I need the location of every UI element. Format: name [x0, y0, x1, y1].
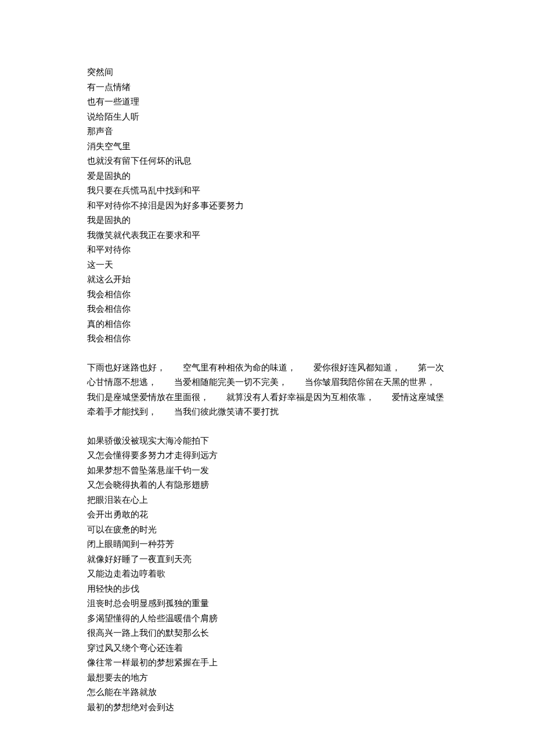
lyric-line: 我微笑就代表我正在要求和平	[87, 228, 447, 243]
lyric-line: 又怎会晓得执着的人有隐形翅膀	[87, 478, 447, 493]
lyric-line: 很高兴一路上我们的默契那么长	[87, 626, 447, 641]
lyric-line: 把眼泪装在心上	[87, 493, 447, 508]
lyric-line: 和平对待你不掉泪是因为好多事还要努力	[87, 199, 447, 214]
prose-text: 下雨也好迷路也好， 空气里有种相依为命的味道， 爱你很好连风都知道， 第一次心甘…	[87, 361, 447, 420]
lyric-line: 我是固执的	[87, 213, 447, 228]
lyric-line: 也就没有留下任何坏的讯息	[87, 154, 447, 169]
lyric-line: 如果梦想不曾坠落悬崖千钧一发	[87, 463, 447, 478]
lyric-line: 可以在疲惫的时光	[87, 523, 447, 538]
lyric-line: 又能边走着边哼着歌	[87, 567, 447, 582]
lyric-line: 也有一些道理	[87, 95, 447, 110]
lyric-line: 会开出勇敢的花	[87, 507, 447, 523]
lyric-line: 就这么开始	[87, 272, 447, 287]
lyric-line: 最初的梦想绝对会到达	[87, 700, 447, 715]
lyric-line: 多渴望懂得的人给些温暖借个肩膀	[87, 611, 447, 627]
lyric-line: 就像好好睡了一夜直到天亮	[87, 552, 447, 567]
lyric-line: 我会相信你	[87, 287, 447, 303]
lyric-line: 最想要去的地方	[87, 671, 447, 686]
lyric-line: 说给陌生人听	[87, 110, 447, 125]
lyric-line: 那声音	[87, 124, 447, 139]
lyric-line: 又怎会懂得要多努力才走得到远方	[87, 448, 447, 463]
lyric-line: 和平对待你	[87, 243, 447, 258]
prose-block: 下雨也好迷路也好， 空气里有种相依为命的味道， 爱你很好连风都知道， 第一次心甘…	[87, 361, 447, 420]
lyric-line: 用轻快的步伐	[87, 582, 447, 597]
lyric-line: 消失空气里	[87, 139, 447, 154]
lyric-line: 我只要在兵慌马乱中找到和平	[87, 183, 447, 199]
lyric-line: 我会相信你	[87, 332, 447, 347]
lyric-line: 像往常一样最初的梦想紧握在手上	[87, 656, 447, 671]
lyric-line: 沮丧时总会明显感到孤独的重量	[87, 596, 447, 611]
lyric-line: 爱是固执的	[87, 169, 447, 184]
lyric-line: 真的相信你	[87, 317, 447, 332]
lyric-line: 如果骄傲没被现实大海冷能拍下	[87, 434, 447, 449]
lyric-line: 怎么能在半路就放	[87, 685, 447, 700]
lyric-line: 突然间	[87, 65, 447, 80]
lyric-line: 这一天	[87, 258, 447, 273]
lyric-block-1: 突然间 有一点情绪 也有一些道理 说给陌生人听 那声音 消失空气里 也就没有留下…	[87, 65, 447, 347]
lyric-block-2: 如果骄傲没被现实大海冷能拍下 又怎会懂得要多努力才走得到远方 如果梦想不曾坠落悬…	[87, 434, 447, 715]
lyric-line: 穿过风又绕个弯心还连着	[87, 641, 447, 656]
document-page: 突然间 有一点情绪 也有一些道理 说给陌生人听 那声音 消失空气里 也就没有留下…	[0, 0, 534, 756]
lyric-line: 闭上眼睛闻到一种芬芳	[87, 537, 447, 552]
lyric-line: 我会相信你	[87, 302, 447, 317]
lyric-line: 有一点情绪	[87, 80, 447, 95]
